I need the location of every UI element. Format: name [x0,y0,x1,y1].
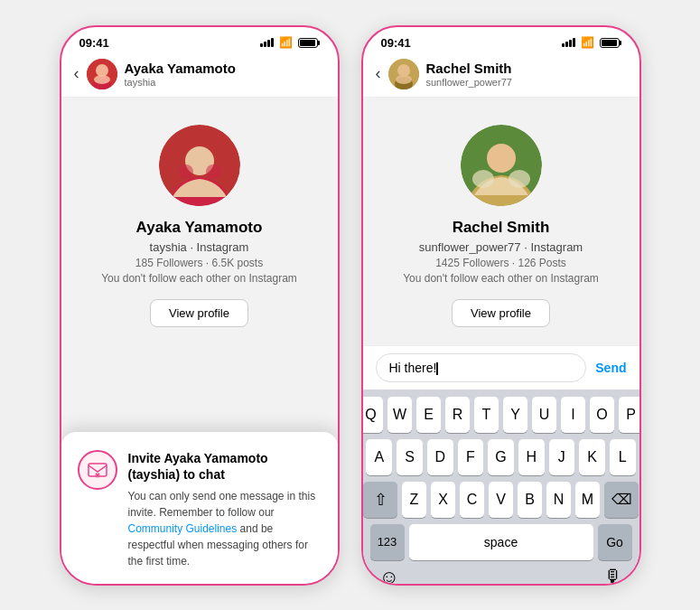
profile-meta-left: tayshia · Instagram [150,240,249,254]
emoji-key[interactable]: ☺ [379,566,399,586]
send-button-right[interactable]: Send [595,361,626,375]
key-j[interactable]: J [549,439,575,475]
svg-point-11 [397,64,410,77]
key-i[interactable]: I [561,397,585,433]
profile-meta-right: sunflower_power77 · Instagram [419,240,583,254]
mic-key[interactable]: 🎙 [603,566,623,586]
svg-point-1 [96,64,108,77]
cursor [436,362,438,375]
profile-follow-left: You don't follow each other on Instagram [101,272,297,285]
profile-stats-left: 185 Followers · 6.5K posts [135,257,263,269]
profile-pic-left [159,125,240,206]
message-input-right[interactable]: Hi there! [376,353,587,382]
invite-icon [78,450,117,490]
keyboard-bottom-row: 123 space Go [367,524,636,560]
numbers-key[interactable]: 123 [370,524,405,560]
key-z[interactable]: Z [402,482,426,518]
status-bar-left: 09:41 📶 [61,27,338,55]
status-bar-right: 09:41 📶 [363,27,639,55]
key-g[interactable]: G [488,439,514,475]
battery-icon [298,38,320,48]
nav-avatar-img-left [87,59,117,89]
left-phone: 09:41 📶 ‹ [60,25,340,586]
key-h[interactable]: H [518,439,545,475]
invite-modal-left: Invite Ayaka Yamamoto (tayshia) to chat … [61,432,338,583]
shift-key[interactable]: ⇧ [363,482,397,518]
key-y[interactable]: Y [503,397,527,433]
nav-info-left: Ayaka Yamamoto tayshia [125,61,236,88]
svg-point-15 [487,144,516,173]
back-button-right[interactable]: ‹ [376,64,381,83]
invite-body: You can only send one message in this in… [128,488,322,569]
battery-icon-right [600,38,621,48]
envelope-icon [87,459,108,481]
status-time-right: 09:41 [381,36,411,50]
key-b[interactable]: B [518,482,542,518]
profile-pic-right [461,125,542,206]
message-text-right: Hi there! [389,361,437,375]
go-key[interactable]: Go [598,524,632,560]
nav-bar-left: ‹ Ayaka Yamamoto tayshia [61,55,338,98]
key-w[interactable]: W [387,397,412,433]
svg-point-17 [509,170,530,188]
key-u[interactable]: U [532,397,556,433]
invite-text: Invite Ayaka Yamamoto (tayshia) to chat … [128,450,322,568]
status-time-left: 09:41 [79,36,109,50]
nav-name-left: Ayaka Yamamoto [125,61,236,77]
nav-bar-right: ‹ Rachel Smith sunflower_power77 [363,55,639,98]
key-t[interactable]: T [474,397,499,433]
space-key[interactable]: space [409,524,593,560]
key-l[interactable]: L [610,439,636,475]
svg-point-7 [206,164,220,179]
nav-avatar-img-right [388,59,419,89]
profile-avatar-left [159,125,240,206]
view-profile-button-left[interactable]: View profile [150,299,248,327]
keyboard-row-2: A S D F G H J K L [367,439,636,475]
scene: 09:41 📶 ‹ [42,7,659,604]
key-f[interactable]: F [458,439,484,475]
nav-info-right: Rachel Smith sunflower_power77 [426,61,512,88]
key-v[interactable]: V [489,482,513,518]
svg-point-3 [94,75,110,84]
svg-point-13 [396,75,412,84]
keyboard-row-3: ⇧ Z X C V B N M ⌫ [367,482,636,518]
wifi-icon-right: 📶 [581,36,594,49]
status-icons-left: 📶 [260,36,320,49]
right-phone: 09:41 📶 ‹ [361,25,641,586]
wifi-icon: 📶 [279,36,293,49]
profile-stats-right: 1425 Followers · 126 Posts [435,257,566,269]
key-m[interactable]: M [575,482,600,518]
key-r[interactable]: R [445,397,470,433]
signal-icon-right [562,38,575,47]
key-s[interactable]: S [397,439,423,475]
keyboard-row-1: Q W E R T Y U I O P [367,397,636,433]
key-o[interactable]: O [590,397,614,433]
nav-username-left: tayshia [125,77,236,88]
key-x[interactable]: X [431,482,455,518]
key-p[interactable]: P [619,397,641,433]
key-c[interactable]: C [460,482,484,518]
profile-avatar-right [461,125,542,206]
keyboard-accessory: ☺ 🎙 [367,560,636,586]
key-e[interactable]: E [416,397,441,433]
key-q[interactable]: Q [361,397,384,433]
profile-follow-right: You don't follow each other on Instagram [403,272,599,285]
key-n[interactable]: N [546,482,571,518]
community-guidelines-link[interactable]: Community Guidelines [128,522,238,535]
message-input-area-right: Hi there! Send [363,345,639,389]
svg-point-6 [179,164,193,179]
back-button-left[interactable]: ‹ [74,64,79,83]
profile-name-right: Rachel Smith [453,219,550,237]
invite-title: Invite Ayaka Yamamoto (tayshia) to chat [128,450,322,483]
profile-area-right: Rachel Smith sunflower_power77 · Instagr… [363,98,639,345]
profile-name-left: Ayaka Yamamoto [136,219,263,237]
key-d[interactable]: D [427,439,453,475]
delete-key[interactable]: ⌫ [604,482,639,518]
invite-body-part1: You can only send one message in this in… [128,490,316,519]
key-a[interactable]: A [366,439,392,475]
key-k[interactable]: K [579,439,605,475]
keyboard: Q W E R T Y U I O P A S D F G H J K L [363,389,639,586]
signal-icon [260,38,274,47]
view-profile-button-right[interactable]: View profile [452,299,550,327]
nav-avatar-right [388,59,419,89]
